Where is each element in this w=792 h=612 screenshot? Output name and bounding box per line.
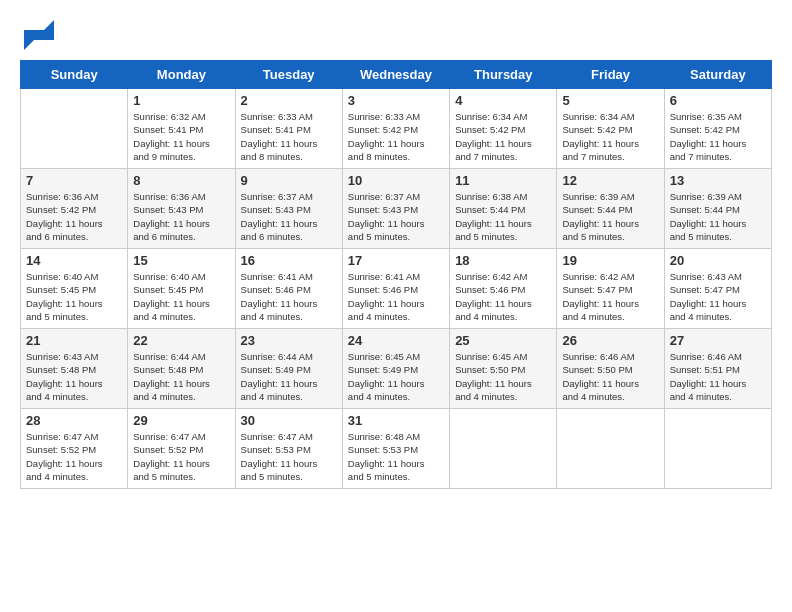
- date-number: 30: [241, 413, 337, 428]
- cell-info: Sunrise: 6:45 AMSunset: 5:50 PMDaylight:…: [455, 350, 551, 403]
- cell-info: Sunrise: 6:44 AMSunset: 5:48 PMDaylight:…: [133, 350, 229, 403]
- date-number: 28: [26, 413, 122, 428]
- calendar-cell: 20Sunrise: 6:43 AMSunset: 5:47 PMDayligh…: [664, 249, 771, 329]
- cell-info: Sunrise: 6:43 AMSunset: 5:48 PMDaylight:…: [26, 350, 122, 403]
- date-number: 13: [670, 173, 766, 188]
- calendar-cell: 23Sunrise: 6:44 AMSunset: 5:49 PMDayligh…: [235, 329, 342, 409]
- calendar-cell: 5Sunrise: 6:34 AMSunset: 5:42 PMDaylight…: [557, 89, 664, 169]
- date-number: 3: [348, 93, 444, 108]
- cell-info: Sunrise: 6:42 AMSunset: 5:46 PMDaylight:…: [455, 270, 551, 323]
- date-number: 2: [241, 93, 337, 108]
- day-header-thursday: Thursday: [450, 61, 557, 89]
- calendar-cell: 30Sunrise: 6:47 AMSunset: 5:53 PMDayligh…: [235, 409, 342, 489]
- cell-info: Sunrise: 6:33 AMSunset: 5:41 PMDaylight:…: [241, 110, 337, 163]
- date-number: 16: [241, 253, 337, 268]
- calendar-cell: 13Sunrise: 6:39 AMSunset: 5:44 PMDayligh…: [664, 169, 771, 249]
- date-number: 14: [26, 253, 122, 268]
- logo-icon: [24, 20, 54, 50]
- calendar-cell: 28Sunrise: 6:47 AMSunset: 5:52 PMDayligh…: [21, 409, 128, 489]
- calendar-cell: 4Sunrise: 6:34 AMSunset: 5:42 PMDaylight…: [450, 89, 557, 169]
- date-number: 24: [348, 333, 444, 348]
- date-number: 4: [455, 93, 551, 108]
- calendar-cell: 31Sunrise: 6:48 AMSunset: 5:53 PMDayligh…: [342, 409, 449, 489]
- calendar-cell: [557, 409, 664, 489]
- date-number: 19: [562, 253, 658, 268]
- date-number: 26: [562, 333, 658, 348]
- date-number: 20: [670, 253, 766, 268]
- date-number: 12: [562, 173, 658, 188]
- date-number: 21: [26, 333, 122, 348]
- calendar-cell: 7Sunrise: 6:36 AMSunset: 5:42 PMDaylight…: [21, 169, 128, 249]
- calendar-cell: 1Sunrise: 6:32 AMSunset: 5:41 PMDaylight…: [128, 89, 235, 169]
- cell-info: Sunrise: 6:44 AMSunset: 5:49 PMDaylight:…: [241, 350, 337, 403]
- cell-info: Sunrise: 6:32 AMSunset: 5:41 PMDaylight:…: [133, 110, 229, 163]
- date-number: 7: [26, 173, 122, 188]
- cell-info: Sunrise: 6:41 AMSunset: 5:46 PMDaylight:…: [348, 270, 444, 323]
- cell-info: Sunrise: 6:48 AMSunset: 5:53 PMDaylight:…: [348, 430, 444, 483]
- cell-info: Sunrise: 6:47 AMSunset: 5:53 PMDaylight:…: [241, 430, 337, 483]
- calendar-week-2: 7Sunrise: 6:36 AMSunset: 5:42 PMDaylight…: [21, 169, 772, 249]
- date-number: 25: [455, 333, 551, 348]
- day-header-friday: Friday: [557, 61, 664, 89]
- cell-info: Sunrise: 6:39 AMSunset: 5:44 PMDaylight:…: [670, 190, 766, 243]
- logo: [20, 20, 54, 50]
- cell-info: Sunrise: 6:34 AMSunset: 5:42 PMDaylight:…: [562, 110, 658, 163]
- calendar-cell: 3Sunrise: 6:33 AMSunset: 5:42 PMDaylight…: [342, 89, 449, 169]
- calendar-week-5: 28Sunrise: 6:47 AMSunset: 5:52 PMDayligh…: [21, 409, 772, 489]
- calendar-cell: [21, 89, 128, 169]
- calendar-header-row: SundayMondayTuesdayWednesdayThursdayFrid…: [21, 61, 772, 89]
- calendar-cell: 22Sunrise: 6:44 AMSunset: 5:48 PMDayligh…: [128, 329, 235, 409]
- calendar-cell: 25Sunrise: 6:45 AMSunset: 5:50 PMDayligh…: [450, 329, 557, 409]
- calendar-cell: 19Sunrise: 6:42 AMSunset: 5:47 PMDayligh…: [557, 249, 664, 329]
- calendar-cell: 15Sunrise: 6:40 AMSunset: 5:45 PMDayligh…: [128, 249, 235, 329]
- date-number: 8: [133, 173, 229, 188]
- cell-info: Sunrise: 6:40 AMSunset: 5:45 PMDaylight:…: [26, 270, 122, 323]
- calendar-cell: 29Sunrise: 6:47 AMSunset: 5:52 PMDayligh…: [128, 409, 235, 489]
- calendar-cell: 9Sunrise: 6:37 AMSunset: 5:43 PMDaylight…: [235, 169, 342, 249]
- cell-info: Sunrise: 6:38 AMSunset: 5:44 PMDaylight:…: [455, 190, 551, 243]
- cell-info: Sunrise: 6:40 AMSunset: 5:45 PMDaylight:…: [133, 270, 229, 323]
- calendar-cell: 18Sunrise: 6:42 AMSunset: 5:46 PMDayligh…: [450, 249, 557, 329]
- date-number: 22: [133, 333, 229, 348]
- calendar-cell: 17Sunrise: 6:41 AMSunset: 5:46 PMDayligh…: [342, 249, 449, 329]
- cell-info: Sunrise: 6:36 AMSunset: 5:42 PMDaylight:…: [26, 190, 122, 243]
- day-header-sunday: Sunday: [21, 61, 128, 89]
- calendar-week-4: 21Sunrise: 6:43 AMSunset: 5:48 PMDayligh…: [21, 329, 772, 409]
- calendar-cell: [664, 409, 771, 489]
- day-header-saturday: Saturday: [664, 61, 771, 89]
- cell-info: Sunrise: 6:42 AMSunset: 5:47 PMDaylight:…: [562, 270, 658, 323]
- date-number: 17: [348, 253, 444, 268]
- cell-info: Sunrise: 6:35 AMSunset: 5:42 PMDaylight:…: [670, 110, 766, 163]
- day-header-tuesday: Tuesday: [235, 61, 342, 89]
- cell-info: Sunrise: 6:47 AMSunset: 5:52 PMDaylight:…: [26, 430, 122, 483]
- calendar-cell: 10Sunrise: 6:37 AMSunset: 5:43 PMDayligh…: [342, 169, 449, 249]
- calendar-cell: 26Sunrise: 6:46 AMSunset: 5:50 PMDayligh…: [557, 329, 664, 409]
- calendar-cell: 2Sunrise: 6:33 AMSunset: 5:41 PMDaylight…: [235, 89, 342, 169]
- cell-info: Sunrise: 6:45 AMSunset: 5:49 PMDaylight:…: [348, 350, 444, 403]
- calendar-cell: 8Sunrise: 6:36 AMSunset: 5:43 PMDaylight…: [128, 169, 235, 249]
- cell-info: Sunrise: 6:33 AMSunset: 5:42 PMDaylight:…: [348, 110, 444, 163]
- cell-info: Sunrise: 6:34 AMSunset: 5:42 PMDaylight:…: [455, 110, 551, 163]
- cell-info: Sunrise: 6:47 AMSunset: 5:52 PMDaylight:…: [133, 430, 229, 483]
- date-number: 29: [133, 413, 229, 428]
- cell-info: Sunrise: 6:39 AMSunset: 5:44 PMDaylight:…: [562, 190, 658, 243]
- calendar-cell: 21Sunrise: 6:43 AMSunset: 5:48 PMDayligh…: [21, 329, 128, 409]
- cell-info: Sunrise: 6:46 AMSunset: 5:51 PMDaylight:…: [670, 350, 766, 403]
- cell-info: Sunrise: 6:43 AMSunset: 5:47 PMDaylight:…: [670, 270, 766, 323]
- calendar-cell: 11Sunrise: 6:38 AMSunset: 5:44 PMDayligh…: [450, 169, 557, 249]
- svg-marker-0: [24, 20, 54, 50]
- date-number: 15: [133, 253, 229, 268]
- date-number: 1: [133, 93, 229, 108]
- calendar-cell: [450, 409, 557, 489]
- date-number: 5: [562, 93, 658, 108]
- cell-info: Sunrise: 6:37 AMSunset: 5:43 PMDaylight:…: [348, 190, 444, 243]
- date-number: 10: [348, 173, 444, 188]
- date-number: 31: [348, 413, 444, 428]
- calendar-week-1: 1Sunrise: 6:32 AMSunset: 5:41 PMDaylight…: [21, 89, 772, 169]
- day-header-wednesday: Wednesday: [342, 61, 449, 89]
- page-header: [20, 20, 772, 50]
- calendar-cell: 14Sunrise: 6:40 AMSunset: 5:45 PMDayligh…: [21, 249, 128, 329]
- calendar-cell: 27Sunrise: 6:46 AMSunset: 5:51 PMDayligh…: [664, 329, 771, 409]
- calendar-cell: 12Sunrise: 6:39 AMSunset: 5:44 PMDayligh…: [557, 169, 664, 249]
- calendar-table: SundayMondayTuesdayWednesdayThursdayFrid…: [20, 60, 772, 489]
